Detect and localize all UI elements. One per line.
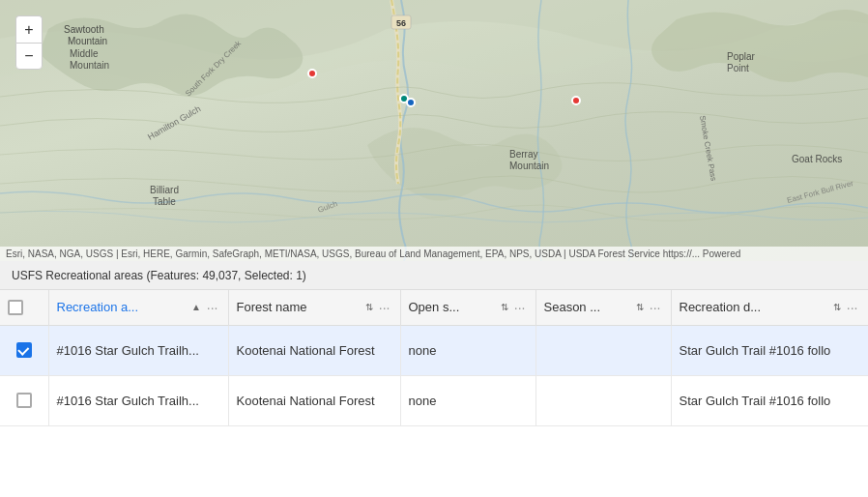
svg-text:Middle: Middle xyxy=(70,48,99,59)
row-0-rec-desc: Star Gulch Trail #1016 follo xyxy=(671,325,868,375)
header-recdesc-label: Recreation d... xyxy=(680,300,829,314)
status-bar: USFS Recreational areas (Features: 49,03… xyxy=(0,261,868,290)
header-recreation-label: Recreation a... xyxy=(57,300,188,314)
map-pin-1[interactable] xyxy=(307,69,317,78)
header-open-status[interactable]: Open s... ⇅ ··· xyxy=(400,290,535,325)
data-table: Recreation a... ▲ ··· Forest name ⇅ ··· … xyxy=(0,290,868,426)
row-0-season xyxy=(535,325,671,375)
header-season[interactable]: Season ... ⇅ ··· xyxy=(535,290,671,325)
header-forest-menu[interactable]: ··· xyxy=(377,298,392,317)
header-open-label: Open s... xyxy=(409,300,497,314)
map-pin-4[interactable] xyxy=(571,96,581,105)
svg-text:Poplar: Poplar xyxy=(727,51,756,62)
sort-none-icon-forest: ⇅ xyxy=(365,302,373,312)
map-controls: + − xyxy=(15,15,43,70)
svg-text:Sawtooth: Sawtooth xyxy=(64,24,104,35)
row-0-checkbox-cell xyxy=(0,325,48,375)
row-0-checkbox[interactable] xyxy=(16,342,32,358)
svg-text:Billiard: Billiard xyxy=(150,185,179,195)
header-recreation[interactable]: Recreation a... ▲ ··· xyxy=(48,290,228,325)
header-checkbox-cell xyxy=(0,290,48,325)
row-1-forest-name: Kootenai National Forest xyxy=(228,375,400,425)
row-1-checkbox[interactable] xyxy=(16,393,32,408)
header-season-menu[interactable]: ··· xyxy=(648,298,663,317)
row-1-open-status: none xyxy=(400,375,535,425)
header-recdesc-menu[interactable]: ··· xyxy=(845,298,860,317)
header-checkbox[interactable] xyxy=(8,300,23,315)
table-wrapper: Recreation a... ▲ ··· Forest name ⇅ ··· … xyxy=(0,290,868,497)
row-1-season xyxy=(535,375,671,425)
row-1-checkbox-cell xyxy=(0,375,48,425)
svg-text:56: 56 xyxy=(396,18,406,28)
sort-none-icon-season: ⇅ xyxy=(636,302,644,312)
svg-text:Berray: Berray xyxy=(509,149,537,160)
row-1-recreation: #1016 Star Gulch Trailh... xyxy=(48,375,228,425)
table-body: #1016 Star Gulch Trailh...Kootenai Natio… xyxy=(0,325,868,425)
row-0-open-status: none xyxy=(400,325,535,375)
header-season-label: Season ... xyxy=(544,300,632,314)
row-0-forest-name: Kootenai National Forest xyxy=(228,325,400,375)
sort-none-icon-recdesc: ⇅ xyxy=(833,302,841,312)
table-row: #1016 Star Gulch Trailh...Kootenai Natio… xyxy=(0,325,868,375)
table-header-row: Recreation a... ▲ ··· Forest name ⇅ ··· … xyxy=(0,290,868,325)
svg-text:Point: Point xyxy=(727,63,749,73)
status-text: USFS Recreational areas (Features: 49,03… xyxy=(12,269,306,282)
header-rec-desc[interactable]: Recreation d... ⇅ ··· xyxy=(671,290,868,325)
header-open-menu[interactable]: ··· xyxy=(512,298,528,317)
map-background: 56 Hamilton Gulch South Fork Dry Creek G… xyxy=(0,0,868,261)
map-container[interactable]: 56 Hamilton Gulch South Fork Dry Creek G… xyxy=(0,0,868,261)
table-row: #1016 Star Gulch Trailh...Kootenai Natio… xyxy=(0,375,868,425)
zoom-in-button[interactable]: + xyxy=(15,15,43,43)
sort-asc-icon: ▲ xyxy=(191,302,201,312)
svg-text:Goat Rocks: Goat Rocks xyxy=(792,154,842,164)
map-attribution: Esri, NASA, NGA, USGS | Esri, HERE, Garm… xyxy=(0,247,868,261)
sort-none-icon-open: ⇅ xyxy=(501,302,508,312)
svg-text:Mountain: Mountain xyxy=(68,36,107,46)
header-recreation-menu[interactable]: ··· xyxy=(205,298,220,317)
svg-text:Mountain: Mountain xyxy=(509,161,549,171)
row-0-recreation: #1016 Star Gulch Trailh... xyxy=(48,325,228,375)
row-1-rec-desc: Star Gulch Trail #1016 follo xyxy=(671,375,868,425)
header-forest-name[interactable]: Forest name ⇅ ··· xyxy=(228,290,400,325)
header-forest-name-label: Forest name xyxy=(237,300,362,314)
zoom-out-button[interactable]: − xyxy=(15,43,43,70)
svg-text:Table: Table xyxy=(153,196,176,207)
map-pin-3[interactable] xyxy=(406,98,416,107)
svg-text:Mountain: Mountain xyxy=(70,60,109,71)
